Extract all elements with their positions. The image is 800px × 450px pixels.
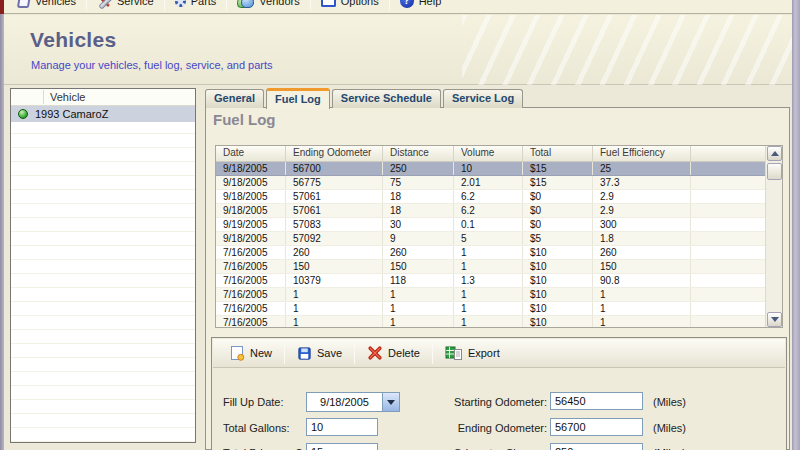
table-row[interactable]: 9/18/20055709295$51.8: [216, 232, 766, 246]
total-price-input[interactable]: [306, 443, 378, 450]
table-cell: $0: [523, 218, 593, 231]
table-row[interactable]: 9/19/200557083300.1$0300: [216, 218, 766, 232]
table-cell: 260: [383, 246, 454, 259]
export-spreadsheet-icon: [445, 345, 463, 361]
tab-service-log[interactable]: Service Log: [443, 89, 523, 108]
table-cell: $15: [523, 176, 593, 189]
odometer-change-input[interactable]: [550, 443, 643, 450]
table-cell: 7/16/2005: [216, 274, 286, 287]
table-cell: 1.3: [454, 274, 523, 287]
scroll-up-button[interactable]: [767, 146, 782, 161]
table-row[interactable]: 7/16/2005111$101: [216, 288, 766, 302]
page-header: Vehicles Manage your vehicles, fuel log,…: [4, 15, 792, 85]
export-button[interactable]: Export: [435, 342, 510, 364]
new-button[interactable]: New: [219, 342, 282, 364]
ending-odometer-input[interactable]: [550, 418, 643, 436]
table-cell-filler: [691, 316, 766, 328]
starting-odometer-input[interactable]: [550, 392, 643, 410]
table-cell: 37.3: [593, 176, 691, 189]
toolbar-button-vendors[interactable]: Vendors: [227, 0, 309, 13]
table-cell-filler: [691, 190, 766, 203]
starting-odometer-label: Starting Odometer:: [450, 396, 547, 408]
table-cell: 260: [593, 246, 691, 259]
tab-service-schedule[interactable]: Service Schedule: [332, 89, 441, 108]
scroll-down-button[interactable]: [767, 312, 782, 327]
column-header-ending-odometer[interactable]: Ending Odometer: [286, 146, 383, 161]
table-row[interactable]: 9/18/20055670025010$1525: [216, 162, 766, 176]
table-row[interactable]: 9/18/200557061186.2$02.9: [216, 190, 766, 204]
delete-button[interactable]: Delete: [357, 342, 430, 364]
table-cell: 9/18/2005: [216, 162, 286, 175]
table-row[interactable]: 7/16/20052602601$10260: [216, 246, 766, 260]
people-icon: [237, 0, 254, 8]
toolbar-buttons: VehiclesServicePartsVendorsOptionsHelp: [8, 0, 451, 13]
table-cell: 2.9: [593, 190, 691, 203]
vehicle-list-item[interactable]: 1993 CamaroZ: [11, 106, 195, 122]
table-cell: 1.8: [593, 232, 691, 245]
vehicle-panel: Vehicle 1993 CamaroZ: [10, 88, 196, 443]
tools-icon: [97, 0, 112, 9]
table-row[interactable]: 9/18/200556775752.01$1537.3: [216, 176, 766, 190]
table-cell-filler: [691, 302, 766, 315]
toolbar-button-label: Vendors: [259, 0, 299, 7]
tab-general[interactable]: General: [205, 89, 264, 108]
table-cell: $10: [523, 302, 593, 315]
column-divider: [43, 90, 44, 104]
table-cell: 9/18/2005: [216, 232, 286, 245]
table-cell: 150: [593, 260, 691, 273]
save-button[interactable]: Save: [287, 343, 352, 364]
column-header-distance[interactable]: Distance: [383, 146, 454, 161]
table-cell: 1: [454, 246, 523, 259]
table-cell: 1: [454, 316, 523, 328]
table-cell: 57092: [286, 232, 383, 245]
scrollbar-thumb[interactable]: [767, 163, 782, 180]
table-row[interactable]: 7/16/2005111$101: [216, 316, 766, 328]
toolbar-button-vehicles[interactable]: Vehicles: [8, 0, 86, 13]
column-header-volume[interactable]: Volume: [454, 146, 523, 161]
delete-x-icon: [367, 345, 383, 361]
table-cell: 1: [454, 260, 523, 273]
table-row[interactable]: 7/16/2005111$101: [216, 302, 766, 316]
delete-button-label: Delete: [388, 347, 420, 359]
vehicle-column-header[interactable]: Vehicle: [11, 89, 195, 106]
help-icon: [400, 0, 414, 8]
fuel-table-header: DateEnding OdometerDistanceVolumeTotalFu…: [216, 146, 766, 162]
table-cell: $5: [523, 232, 593, 245]
combo-dropdown-button[interactable]: [382, 393, 399, 411]
save-button-label: Save: [317, 347, 342, 359]
table-row[interactable]: 7/16/20051501501$10150: [216, 260, 766, 274]
toolbar-button-parts[interactable]: Parts: [165, 0, 227, 13]
chevron-down-icon: [387, 400, 395, 405]
green-dot-icon: [18, 109, 28, 119]
column-header-date[interactable]: Date: [216, 146, 286, 161]
table-scrollbar[interactable]: [765, 146, 782, 327]
total-gallons-input[interactable]: [306, 418, 378, 436]
table-cell: 118: [383, 274, 454, 287]
table-cell-filler: [691, 162, 766, 175]
toolbar-button-help[interactable]: Help: [390, 0, 452, 13]
table-cell: 75: [383, 176, 454, 189]
toolbar-button-label: Vehicles: [35, 0, 76, 7]
table-cell: 150: [286, 260, 383, 273]
table-cell: 1: [593, 288, 691, 301]
column-header-total[interactable]: Total: [523, 146, 593, 161]
toolbar-button-service[interactable]: Service: [87, 0, 164, 13]
table-cell: 1: [286, 316, 383, 328]
table-cell: 56775: [286, 176, 383, 189]
tab-fuel-log[interactable]: Fuel Log: [266, 88, 330, 109]
table-cell: 7/16/2005: [216, 302, 286, 315]
table-cell: $0: [523, 204, 593, 217]
toolbar-button-options[interactable]: Options: [311, 0, 389, 13]
table-row[interactable]: 7/16/2005103791181.3$1090.8: [216, 274, 766, 288]
table-cell: 0.1: [454, 218, 523, 231]
fuel-entry-groupbox: New Save Delete: [211, 337, 787, 450]
table-cell: 1: [383, 288, 454, 301]
table-cell: $0: [523, 190, 593, 203]
table-cell: 2.9: [593, 204, 691, 217]
column-header-fuel-efficiency[interactable]: Fuel Efficiency: [593, 146, 691, 161]
vehicle-list: 1993 CamaroZ: [11, 106, 195, 442]
fill-up-date-combobox[interactable]: 9/18/2005: [306, 392, 400, 412]
fill-up-date-label: Fill Up Date:: [223, 396, 284, 408]
fuel-table-body: 9/18/20055670025010$15259/18/20055677575…: [216, 162, 766, 328]
table-row[interactable]: 9/18/200557061186.2$02.9: [216, 204, 766, 218]
